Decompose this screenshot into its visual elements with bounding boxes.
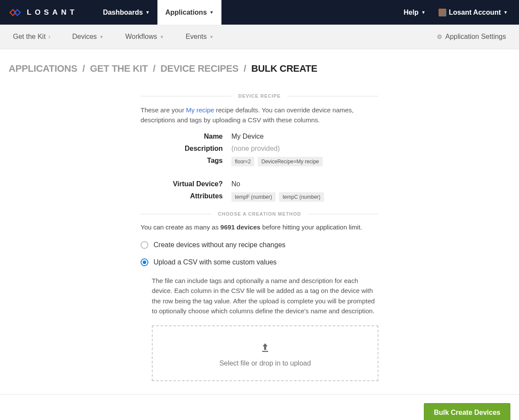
nav-applications[interactable]: Applications ▼ (157, 0, 221, 25)
section-title: Choose a Creation Method (211, 211, 308, 216)
subnav-devices[interactable]: Devices ▼ (68, 30, 108, 43)
caret-down-icon: ▼ (209, 35, 214, 39)
subnav-get-the-kit[interactable]: Get the Kit › (9, 30, 55, 43)
limit-count: 9691 devices (221, 223, 261, 231)
nav-account[interactable]: Losant Account ▼ (431, 0, 511, 25)
nav-account-label: Losant Account (449, 9, 501, 16)
caret-down-icon: ▼ (145, 10, 150, 15)
limit-suffix: before hitting your application limit. (260, 223, 362, 231)
value-virtual: No (231, 180, 378, 188)
caret-down-icon: ▼ (99, 35, 104, 39)
crumb-applications[interactable]: Applications (9, 63, 77, 74)
value-name: My Device (231, 133, 378, 140)
subnav-app-settings-label: Application Settings (445, 33, 506, 41)
subnav-devices-label: Devices (72, 33, 97, 41)
label-attributes: Attributes (141, 192, 223, 203)
subnav-workflows[interactable]: Workflows ▼ (121, 30, 168, 43)
top-nav: LOSANT Dashboards ▼ Applications ▼ Help … (0, 0, 519, 25)
label-virtual: Virtual Device? (141, 180, 223, 188)
gear-icon: ⚙ (437, 33, 442, 40)
avatar (439, 9, 446, 16)
dropzone-text: Select file or drop in to upload (161, 360, 369, 367)
page-footer: Bulk Create Devices (0, 394, 519, 420)
value-tags: floor=2 DeviceRecipe=My recipe (231, 157, 378, 167)
subnav-events-label: Events (186, 33, 207, 41)
upload-icon (259, 342, 271, 354)
section-divider-device-recipe: Device Recipe (141, 93, 378, 99)
caret-down-icon: ▼ (421, 10, 426, 15)
nav-help-label: Help (404, 9, 419, 16)
crumb-app[interactable]: Get the Kit (90, 63, 148, 74)
subnav-get-the-kit-label: Get the Kit (13, 33, 46, 41)
label-description: Description (141, 145, 223, 153)
tag-pill: DeviceRecipe=My recipe (258, 157, 322, 166)
attribute-pill: tempC (number) (279, 192, 324, 202)
label-name: Name (141, 133, 223, 140)
nav-help[interactable]: Help ▼ (398, 0, 431, 25)
subnav-workflows-label: Workflows (125, 33, 157, 41)
crumb-current: Bulk Create (251, 63, 317, 74)
nav-dashboards[interactable]: Dashboards ▼ (95, 0, 157, 25)
brand-logo[interactable]: LOSANT (8, 5, 78, 20)
intro-prefix: These are your (141, 106, 186, 114)
breadcrumb-separator: / (80, 63, 87, 74)
limit-prefix: You can create as many as (141, 223, 221, 231)
breadcrumb-separator: / (150, 63, 158, 74)
file-dropzone[interactable]: Select file or drop in to upload (152, 325, 378, 381)
label-tags: Tags (141, 157, 223, 167)
breadcrumb-separator: / (241, 63, 249, 74)
radio-label: Create devices without any recipe change… (154, 241, 285, 249)
main-content: Device Recipe These are your My recipe r… (136, 93, 383, 394)
section-divider-choose-method: Choose a Creation Method (141, 211, 378, 216)
value-attributes: tempF (number) tempC (number) (231, 192, 378, 203)
radio-icon (141, 241, 148, 249)
bulk-create-button[interactable]: Bulk Create Devices (424, 403, 510, 420)
logo-icon (8, 5, 22, 20)
device-limit-text: You can create as many as 9691 devices b… (141, 223, 378, 231)
recipe-link[interactable]: My recipe (186, 106, 214, 114)
caret-down-icon: ▼ (209, 10, 214, 15)
caret-down-icon: ▼ (503, 10, 508, 15)
radio-option-no-changes[interactable]: Create devices without any recipe change… (141, 241, 378, 249)
radio-icon (141, 258, 148, 266)
brand-name: LOSANT (27, 8, 78, 17)
upload-help-text: The file can include tags and optionally… (152, 276, 378, 316)
chevron-right-icon: › (48, 33, 51, 41)
nav-dashboards-label: Dashboards (103, 9, 143, 16)
radio-option-upload-csv[interactable]: Upload a CSV with some custom values (141, 258, 378, 266)
breadcrumb: Applications / Get the Kit / Device Reci… (0, 49, 519, 85)
value-description: (none provided) (231, 145, 378, 153)
caret-down-icon: ▼ (160, 35, 164, 39)
sub-nav: Get the Kit › Devices ▼ Workflows ▼ Even… (0, 25, 519, 49)
svg-rect-0 (262, 351, 268, 352)
recipe-defaults-grid: Name My Device Description (none provide… (141, 133, 378, 203)
tag-pill: floor=2 (231, 157, 254, 166)
section-title: Device Recipe (231, 93, 288, 99)
subnav-app-settings[interactable]: ⚙ Application Settings (432, 30, 510, 43)
nav-applications-label: Applications (165, 9, 207, 16)
subnav-events[interactable]: Events ▼ (181, 30, 218, 43)
intro-text: These are your My recipe recipe defaults… (141, 105, 378, 125)
crumb-recipes[interactable]: Device Recipes (160, 63, 238, 74)
radio-label: Upload a CSV with some custom values (154, 258, 277, 266)
attribute-pill: tempF (number) (231, 192, 276, 202)
